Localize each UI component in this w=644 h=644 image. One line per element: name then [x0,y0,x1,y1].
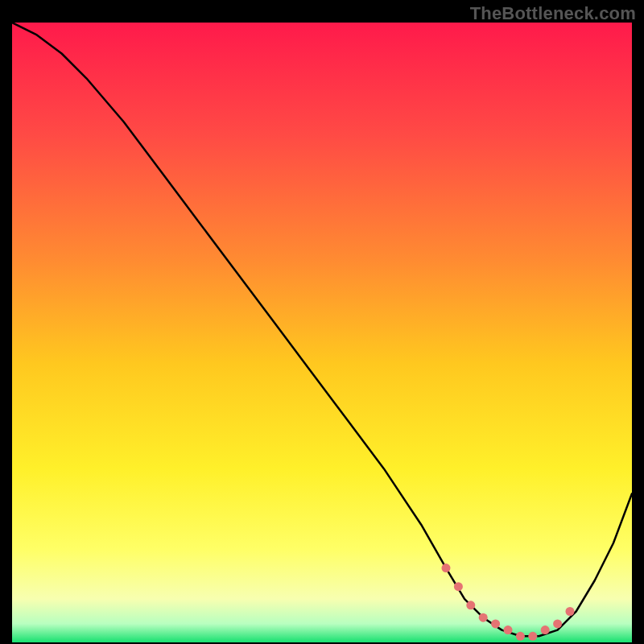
marker-point [442,564,451,572]
marker-point [504,625,513,634]
marker-point [553,619,562,628]
marker-point [454,582,463,591]
marker-point [479,613,488,622]
marker-point [566,607,575,616]
marker-point [516,632,525,641]
marker-point [541,625,550,634]
gradient-background [12,23,632,642]
marker-point [528,632,537,641]
marker-point [491,619,500,628]
watermark-label: TheBottleneck.com [470,3,636,24]
bottleneck-curve-plot [12,23,632,642]
marker-point [466,601,475,609]
